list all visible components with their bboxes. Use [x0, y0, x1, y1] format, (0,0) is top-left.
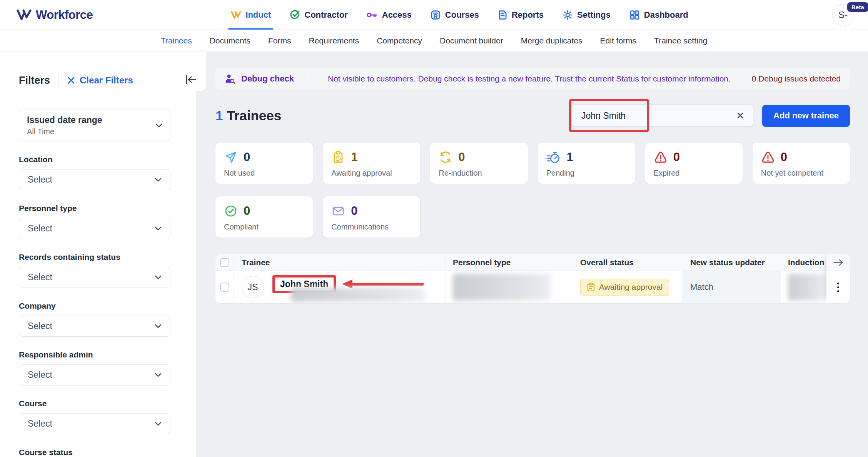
filter-label-course-status: Course status: [19, 448, 170, 457]
location-select[interactable]: Select: [19, 169, 170, 190]
nav-item-courses[interactable]: Courses: [430, 0, 479, 30]
filter-label-course: Course: [19, 399, 170, 408]
issued-date-range-dropdown[interactable]: Issued date range All Time: [19, 110, 170, 141]
responsible-admin-select[interactable]: Select: [19, 364, 170, 386]
nav-item-settings[interactable]: Settings: [562, 0, 611, 30]
company-select[interactable]: Select: [19, 316, 170, 337]
tab-document-builder[interactable]: Document builder: [440, 36, 503, 45]
workforce-logo[interactable]: Workforce: [17, 8, 93, 22]
sidebar-collapse-tab: [196, 52, 206, 91]
column-header-trainee[interactable]: Trainee: [242, 258, 270, 267]
trainee-count: 1: [215, 108, 223, 123]
clear-filters-button[interactable]: Clear Filters: [67, 75, 133, 86]
chevron-down-icon: [155, 226, 162, 231]
stat-card-expired[interactable]: 0 Expired: [645, 143, 743, 184]
chevron-down-icon: [155, 275, 162, 279]
clear-search-icon[interactable]: ✕: [734, 111, 746, 121]
column-header-overall-status[interactable]: Overall status: [580, 258, 634, 267]
filter-label-responsible-admin: Responsible admin: [19, 350, 170, 359]
debug-message: Not visible to customers. Debug check is…: [314, 74, 744, 83]
nav-label: Access: [382, 10, 412, 20]
table-action-rail: [826, 254, 850, 303]
tab-edit-forms[interactable]: Edit forms: [600, 36, 637, 45]
gear-icon: [562, 10, 573, 20]
filters-sidebar: Filters Clear Filters Issued date range …: [0, 52, 196, 457]
filters-title: Filters: [19, 75, 50, 86]
page-title-label: Trainees: [227, 108, 281, 123]
tab-trainees[interactable]: Trainees: [161, 36, 192, 45]
annotation-arrow: [352, 283, 424, 286]
search-input[interactable]: [581, 111, 734, 121]
certificate-icon: [430, 10, 441, 20]
nav-item-induct[interactable]: Induct: [230, 0, 271, 30]
grid-icon: [629, 10, 640, 20]
stat-card-communications[interactable]: 0 Communications: [323, 196, 420, 238]
tab-competency[interactable]: Competency: [377, 36, 422, 45]
tab-trainee-setting[interactable]: Trainee setting: [654, 36, 707, 45]
filter-label-records-status: Records containing status: [19, 253, 170, 262]
warning-icon: [654, 150, 668, 164]
refresh-icon: [439, 150, 452, 164]
account-menu[interactable]: S- Beta: [832, 4, 854, 26]
clipboard-icon: [587, 283, 595, 292]
nav-item-reports[interactable]: Reports: [497, 0, 544, 30]
course-select[interactable]: Select: [19, 413, 170, 434]
debug-person-search-icon: [225, 73, 236, 84]
chevron-down-icon: [155, 422, 162, 426]
nav-label: Courses: [445, 10, 479, 20]
records-status-select[interactable]: Select: [19, 267, 170, 288]
clipboard-check-icon: [331, 150, 345, 164]
debug-issues-count: 0 Debug issues detected: [752, 74, 841, 83]
add-new-trainee-button[interactable]: Add new trainee: [762, 105, 850, 127]
row-kebab-menu-icon[interactable]: [835, 280, 841, 294]
redacted-induction-value: [788, 274, 826, 301]
beta-badge: Beta: [847, 2, 868, 12]
stat-card-re-induction[interactable]: 0 Re-induction: [430, 143, 527, 184]
stat-card-not-yet-competent[interactable]: 0 Not yet competent: [753, 143, 850, 184]
nav-item-access[interactable]: Access: [366, 0, 412, 30]
stat-card-pending[interactable]: 1 Pending: [538, 143, 635, 184]
envelope-icon: [331, 204, 345, 218]
tab-merge-duplicates[interactable]: Merge duplicates: [521, 36, 583, 45]
trainee-avatar: JS: [242, 276, 264, 298]
trainees-content: Debug check Not visible to customers. De…: [196, 52, 868, 457]
key-icon: [366, 10, 378, 20]
report-document-icon: [497, 10, 507, 20]
column-header-new-status-updater[interactable]: New status updater: [690, 258, 765, 267]
clear-filters-label: Clear Filters: [80, 75, 133, 86]
status-badge-label: Awaiting approval: [599, 283, 663, 292]
contractor-check-icon: [289, 10, 300, 20]
filter-label-personnel-type: Personnel type: [19, 204, 170, 213]
table-row[interactable]: JS John Smith: [215, 271, 850, 303]
collapse-left-icon: [185, 75, 197, 85]
divider: [304, 72, 304, 85]
stat-card-awaiting-approval[interactable]: 1 Awaiting approval: [323, 143, 420, 184]
induct-check-icon: [230, 10, 241, 20]
stat-card-compliant[interactable]: 0 Compliant: [215, 196, 313, 238]
brand-name: Workforce: [36, 8, 93, 22]
select-all-checkbox[interactable]: [220, 258, 229, 267]
tab-forms[interactable]: Forms: [268, 36, 291, 45]
tab-documents[interactable]: Documents: [210, 36, 250, 45]
row-checkbox[interactable]: [220, 283, 229, 292]
column-header-personnel-type[interactable]: Personnel type: [453, 258, 511, 267]
page-title: 1 Trainees: [215, 108, 281, 123]
sidebar-collapse-button[interactable]: [184, 73, 197, 86]
scroll-right-button[interactable]: [826, 254, 850, 271]
stat-card-not-used[interactable]: 0 Not used: [215, 143, 313, 184]
nav-label: Contractor: [304, 10, 347, 20]
top-bar: Workforce Induct Contractor: [0, 0, 868, 30]
chevron-down-icon: [155, 178, 162, 182]
nav-item-dashboard[interactable]: Dashboard: [629, 0, 688, 30]
column-header-induction[interactable]: Induction k: [788, 258, 831, 267]
status-badge: Awaiting approval: [580, 279, 669, 296]
chevron-down-icon: [155, 324, 162, 328]
check-circle-icon: [224, 204, 238, 218]
status-cards: 0 Not used 1 Awaiting ap: [215, 143, 850, 238]
nav-item-contractor[interactable]: Contractor: [289, 0, 347, 30]
tab-requirements[interactable]: Requirements: [309, 36, 359, 45]
debug-check-title: Debug check: [241, 74, 294, 84]
personnel-type-select[interactable]: Select: [19, 218, 170, 239]
filter-label-company: Company: [19, 301, 170, 311]
trainee-search: ✕: [572, 105, 753, 127]
